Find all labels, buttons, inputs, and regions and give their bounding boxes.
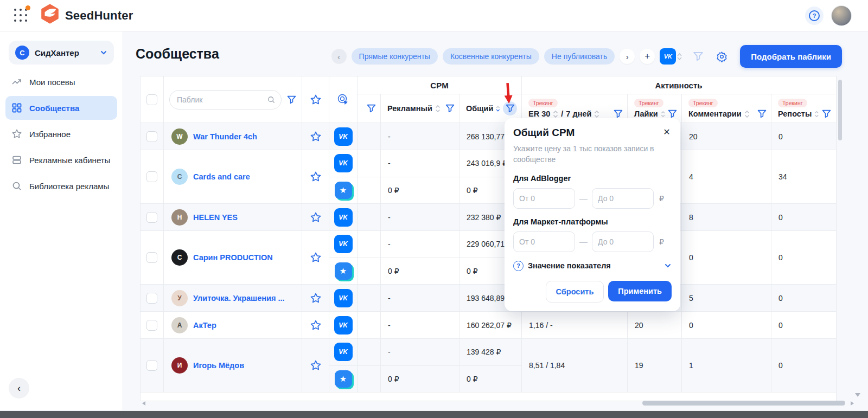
row-checkbox[interactable]: [141, 150, 164, 203]
vk-icon[interactable]: VK: [334, 208, 353, 227]
community-name-link[interactable]: Улиточка. Украшения ...: [193, 294, 284, 303]
hidden-metric-cell: [358, 231, 381, 284]
workspace-switcher[interactable]: С СидХантер: [9, 41, 114, 65]
main-content: Сообщества ‹ Прямые конкурентыКосвенные …: [123, 31, 868, 410]
favorite-star[interactable]: [302, 231, 329, 284]
filter-icon[interactable]: [445, 104, 455, 113]
sidebar-item-label: Библиотека рекламы: [29, 182, 109, 191]
row-checkbox[interactable]: [141, 204, 164, 230]
adblogger-to-input[interactable]: [592, 188, 654, 209]
row-checkbox[interactable]: [141, 231, 164, 284]
favorite-star[interactable]: [302, 312, 329, 338]
select-all-checkbox[interactable]: [141, 76, 164, 123]
vk-icon[interactable]: VK: [334, 316, 353, 335]
community-cell: W War Thunder 4ch: [164, 123, 302, 150]
settings-gear-icon[interactable]: [714, 49, 729, 63]
favorite-star[interactable]: [302, 123, 329, 150]
filter-icon[interactable]: [367, 104, 376, 113]
close-icon[interactable]: ✕: [661, 126, 673, 138]
reposts-cell: 0: [771, 123, 835, 150]
segment-chip-0[interactable]: Прямые конкуренты: [352, 48, 438, 65]
market-platform-icon[interactable]: ★: [335, 370, 352, 388]
filter-icon[interactable]: [287, 95, 296, 104]
likes-cell: 19: [628, 339, 682, 392]
reset-button[interactable]: Сбросить: [546, 281, 604, 303]
community-name-link[interactable]: Игорь Мёдов: [193, 361, 244, 370]
filter-icon[interactable]: [668, 110, 677, 118]
sidebar-item-2[interactable]: Избранное: [5, 122, 117, 146]
er-cell: 1,16 / -: [522, 312, 628, 338]
sort-icon[interactable]: [435, 105, 441, 113]
network-sort-icon: [677, 53, 682, 60]
community-name-link[interactable]: War Thunder 4ch: [193, 132, 257, 141]
community-avatar: У: [171, 290, 188, 306]
vk-icon[interactable]: VK: [334, 289, 353, 307]
row-checkbox[interactable]: [141, 339, 164, 392]
market-platform-icon[interactable]: ★: [335, 262, 352, 280]
horizontal-scrollbar-thumb[interactable]: [642, 401, 845, 406]
market-from-input[interactable]: [513, 231, 575, 252]
community-avatar: C: [171, 169, 188, 185]
user-avatar[interactable]: [831, 5, 852, 26]
apply-button[interactable]: Применить: [608, 281, 672, 301]
collapse-sidebar-button[interactable]: ‹: [9, 378, 29, 398]
sidebar-item-1[interactable]: Сообщества: [5, 96, 117, 120]
cell-value: 243 016,9 ₽: [467, 159, 507, 168]
segments-next-button[interactable]: ›: [620, 49, 635, 64]
favorite-star[interactable]: [302, 339, 329, 392]
market-platform-icon[interactable]: ★: [335, 182, 352, 199]
sort-icon[interactable]: [661, 110, 665, 118]
vertical-scrollbar-thumb[interactable]: [838, 80, 842, 140]
filter-icon[interactable]: [614, 110, 623, 118]
vk-icon[interactable]: VK: [334, 235, 353, 253]
adblogger-from-input[interactable]: [513, 188, 575, 209]
filter-icon[interactable]: [822, 110, 831, 118]
favorites-column-icon[interactable]: [302, 76, 329, 123]
vk-icon[interactable]: VK: [334, 127, 353, 146]
row-checkbox[interactable]: [141, 285, 164, 311]
sidebar: С СидХантер Мои посевыСообществаИзбранно…: [0, 31, 123, 410]
sort-icon[interactable]: [814, 110, 819, 118]
segment-chip-1[interactable]: Косвенные конкуренты: [443, 48, 539, 65]
table-row-3: С Сарин PRODUCTION VK★ -0 ₽ 229 060,71 ₽…: [141, 230, 836, 284]
community-name-link[interactable]: Сарин PRODUCTION: [193, 253, 273, 262]
scroll-down-arrow[interactable]: [855, 393, 860, 397]
segment-chip-2[interactable]: Не публиковать: [544, 48, 615, 65]
sidebar-item-3[interactable]: Рекламные кабинеты: [5, 148, 117, 172]
apps-grid-icon[interactable]: [14, 9, 28, 23]
sort-icon[interactable]: [496, 105, 500, 113]
community-cell: H HELEN YES: [164, 204, 302, 230]
scroll-right-arrow[interactable]: [851, 401, 854, 406]
favorite-star[interactable]: [302, 150, 329, 203]
network-selector[interactable]: VK: [660, 48, 682, 65]
public-search-input[interactable]: [169, 90, 282, 110]
ruble-sign: ₽: [659, 194, 664, 203]
sidebar-item-0[interactable]: Мои посевы: [5, 70, 117, 94]
sidebar-item-4[interactable]: Библиотека рекламы: [5, 174, 117, 198]
community-name-link[interactable]: Cards and care: [193, 172, 250, 181]
vk-icon[interactable]: VK: [334, 343, 353, 361]
chevron-down-icon: [100, 49, 107, 56]
segments-prev-button[interactable]: ‹: [331, 49, 347, 64]
toolbar-filter-icon[interactable]: [691, 49, 705, 63]
select-publics-button[interactable]: Подобрать паблики: [740, 45, 842, 68]
sort-icon[interactable]: [744, 110, 750, 118]
sort-icon[interactable]: [553, 110, 558, 118]
community-name-link[interactable]: HELEN YES: [193, 213, 238, 222]
app-logo[interactable]: SeedHunter: [40, 4, 133, 28]
row-checkbox[interactable]: [141, 312, 164, 338]
metric-value-toggle[interactable]: ? Значение показателя: [513, 261, 672, 271]
er-cell: 8,51 / 1,84: [522, 339, 628, 392]
market-to-input[interactable]: [592, 231, 654, 252]
favorite-star[interactable]: [302, 285, 329, 311]
help-button[interactable]: ?: [805, 7, 824, 25]
scroll-left-arrow[interactable]: [142, 401, 145, 406]
vk-icon[interactable]: VK: [334, 154, 353, 172]
row-checkbox[interactable]: [141, 123, 164, 150]
filter-icon[interactable]: [757, 110, 767, 118]
platform-column-icon[interactable]: [329, 76, 358, 123]
sort-icon[interactable]: [594, 110, 599, 118]
community-name-link[interactable]: АкТер: [193, 321, 216, 330]
favorite-star[interactable]: [302, 204, 329, 230]
add-segment-button[interactable]: +: [640, 49, 655, 64]
